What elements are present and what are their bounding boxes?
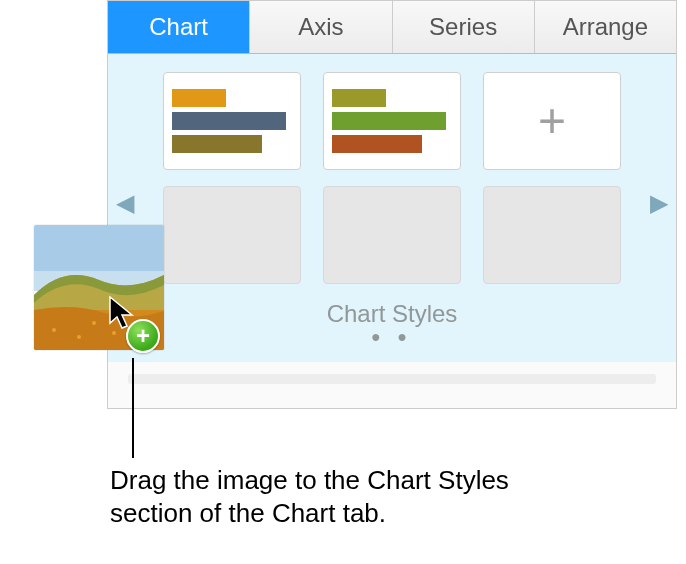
tab-chart[interactable]: Chart — [108, 1, 250, 53]
svg-point-4 — [77, 335, 81, 339]
chart-styles-section: ◀ ▶ + — [108, 54, 676, 362]
format-panel: Chart Axis Series Arrange ◀ ▶ — [107, 0, 677, 409]
bar-chart-icon — [172, 89, 292, 153]
add-chart-style-button[interactable]: + — [483, 72, 621, 170]
callout-leader-line — [132, 358, 134, 458]
styles-prev-arrow[interactable]: ◀ — [116, 189, 134, 217]
chart-styles-label: Chart Styles — [144, 300, 640, 328]
add-badge-icon: + — [126, 319, 160, 353]
chart-style-thumb-1[interactable] — [163, 72, 301, 170]
tab-bar: Chart Axis Series Arrange — [108, 0, 676, 54]
plus-icon: + — [538, 97, 566, 145]
divider-line — [128, 374, 656, 384]
svg-point-3 — [52, 328, 56, 332]
styles-pager-dots: ● ● — [144, 328, 640, 352]
chart-style-slot-empty[interactable] — [163, 186, 301, 284]
tab-series[interactable]: Series — [393, 1, 535, 53]
styles-row-1: + — [144, 72, 640, 170]
tab-axis[interactable]: Axis — [250, 1, 392, 53]
bar-chart-icon — [332, 89, 452, 153]
chart-style-thumb-2[interactable] — [323, 72, 461, 170]
chart-style-slot-empty[interactable] — [483, 186, 621, 284]
styles-row-2 — [144, 186, 640, 284]
chart-style-slot-empty[interactable] — [323, 186, 461, 284]
svg-point-7 — [92, 321, 96, 325]
callout-text: Drag the image to the Chart Styles secti… — [110, 464, 540, 529]
tab-arrange[interactable]: Arrange — [535, 1, 676, 53]
styles-next-arrow[interactable]: ▶ — [650, 189, 668, 217]
drag-cursor: + — [108, 295, 168, 355]
panel-divider-area — [108, 362, 676, 408]
